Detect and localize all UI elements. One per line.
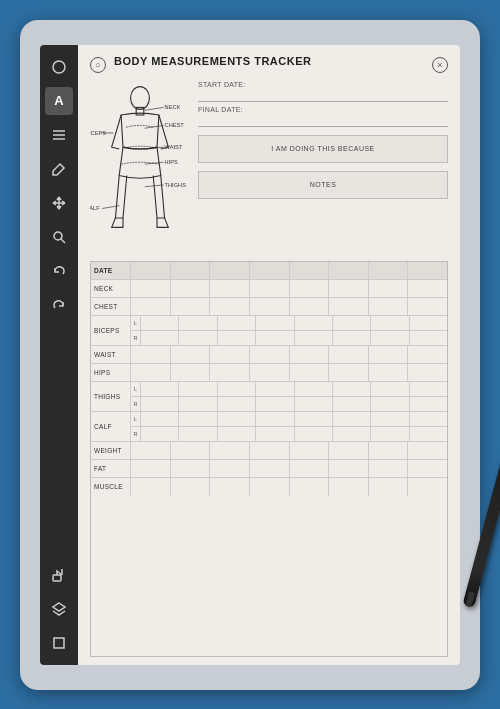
- final-date-label: FINAL DATE:: [198, 106, 448, 113]
- table-row-fat: FAT: [91, 460, 447, 478]
- svg-text:BICEPS: BICEPS: [90, 129, 106, 135]
- waist-label: WAIST: [91, 346, 131, 363]
- biceps-label: BICEPS: [91, 316, 131, 345]
- sidebar-icon-redo[interactable]: [45, 291, 73, 319]
- screen: A: [40, 45, 460, 665]
- main-content: ⌂ BODY MEASUREMENTS TRACKER ×: [78, 45, 460, 665]
- svg-line-11: [145, 107, 164, 110]
- top-section: NECK CHEST BICEPS WAIST HIPS: [90, 81, 448, 255]
- table-row-hips: HIPS: [91, 364, 447, 382]
- device: A: [20, 20, 480, 690]
- sidebar-icon-undo[interactable]: [45, 257, 73, 285]
- sidebar-icon-menu[interactable]: [45, 121, 73, 149]
- table-row-waist: WAIST: [91, 346, 447, 364]
- svg-text:CALF: CALF: [90, 205, 100, 211]
- page-title: BODY MEASUREMENTS TRACKER: [106, 55, 432, 67]
- notes-box[interactable]: NOTES: [198, 171, 448, 199]
- sidebar-icon-search[interactable]: [45, 223, 73, 251]
- close-icon[interactable]: ×: [432, 57, 448, 73]
- svg-line-13: [145, 125, 164, 128]
- svg-line-5: [61, 239, 65, 243]
- start-date-row: START DATE:: [198, 81, 448, 102]
- svg-point-4: [54, 232, 62, 240]
- right-panel: START DATE: FINAL DATE: I AM DOING THIS …: [198, 81, 448, 255]
- final-date-row: FINAL DATE:: [198, 106, 448, 127]
- sidebar-icon-edit[interactable]: [45, 155, 73, 183]
- home-icon[interactable]: ⌂: [90, 57, 106, 73]
- measurements-table: DATE NECK: [90, 261, 448, 657]
- start-date-input[interactable]: [198, 90, 448, 102]
- svg-text:CHEST: CHEST: [165, 122, 185, 128]
- svg-point-9: [131, 86, 150, 109]
- sidebar-icon-crop[interactable]: [45, 629, 73, 657]
- sidebar-icon-share[interactable]: [45, 561, 73, 589]
- table-row-muscle: MUSCLE: [91, 478, 447, 496]
- fat-label: FAT: [91, 460, 131, 477]
- svg-text:NECK: NECK: [165, 104, 181, 110]
- body-diagram: NECK CHEST BICEPS WAIST HIPS: [90, 81, 190, 255]
- start-date-label: START DATE:: [198, 81, 448, 88]
- motivation-box[interactable]: I AM DOING THIS BECAUSE: [198, 135, 448, 163]
- thighs-label: THIGHS: [91, 382, 131, 411]
- svg-text:HIPS: HIPS: [165, 159, 178, 165]
- weight-label: WEIGHT: [91, 442, 131, 459]
- stylus: [462, 411, 500, 607]
- muscle-label: MUSCLE: [91, 478, 131, 496]
- svg-marker-7: [53, 603, 65, 611]
- table-row-date: DATE: [91, 262, 447, 280]
- svg-point-0: [53, 61, 65, 73]
- svg-rect-8: [54, 638, 64, 648]
- sidebar-icon-circle[interactable]: [45, 53, 73, 81]
- final-date-input[interactable]: [198, 115, 448, 127]
- table-row-weight: WEIGHT: [91, 442, 447, 460]
- sidebar: A: [40, 45, 78, 665]
- table-row-chest: CHEST: [91, 298, 447, 316]
- table-row-calf: CALF L R: [91, 412, 447, 442]
- table-row-biceps: BICEPS L R: [91, 316, 447, 346]
- notes-label: NOTES: [310, 181, 337, 188]
- chest-label: CHEST: [91, 298, 131, 315]
- date-cells: [131, 262, 447, 279]
- svg-rect-6: [53, 575, 61, 581]
- motivation-label: I AM DOING THIS BECAUSE: [271, 145, 375, 152]
- svg-text:THIGHS: THIGHS: [165, 181, 187, 187]
- table-row-thighs: THIGHS L R: [91, 382, 447, 412]
- neck-label: NECK: [91, 280, 131, 297]
- hips-label: HIPS: [91, 364, 131, 381]
- date-label: DATE: [91, 262, 131, 279]
- sidebar-icon-font[interactable]: A: [45, 87, 73, 115]
- sidebar-icon-move[interactable]: [45, 189, 73, 217]
- svg-text:WAIST: WAIST: [165, 144, 183, 150]
- sidebar-icon-layers[interactable]: [45, 595, 73, 623]
- table-row-neck: NECK: [91, 280, 447, 298]
- calf-label: CALF: [91, 412, 131, 441]
